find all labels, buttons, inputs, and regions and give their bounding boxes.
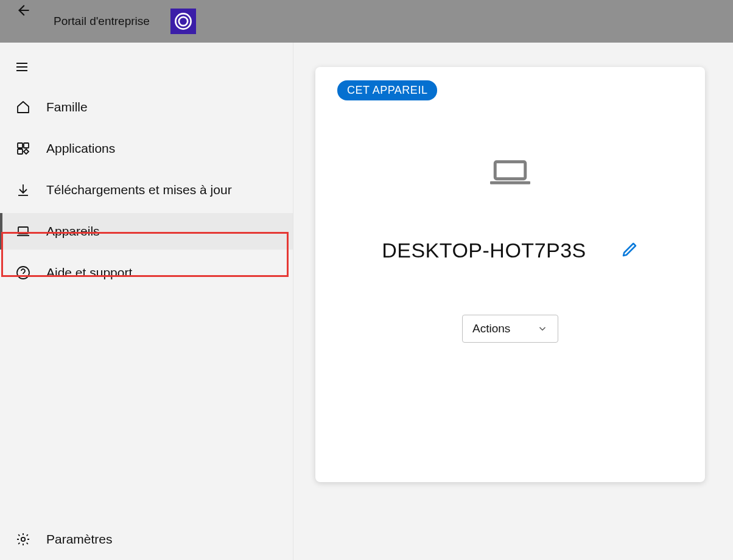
sidebar: Famille Applications <box>0 43 293 560</box>
svg-rect-7 <box>24 143 29 148</box>
app-logo <box>170 9 196 34</box>
edit-name-button[interactable] <box>620 240 639 261</box>
sidebar-item-settings[interactable]: Paramètres <box>0 521 293 558</box>
download-icon <box>15 183 32 197</box>
hamburger-menu-button[interactable] <box>0 43 293 89</box>
sidebar-item-family[interactable]: Famille <box>0 89 293 125</box>
highlight-annotation <box>1 232 289 277</box>
sidebar-item-label: Téléchargements et mises à jour <box>46 183 232 197</box>
sidebar-item-applications[interactable]: Applications <box>0 130 293 167</box>
sidebar-item-label: Applications <box>46 141 115 156</box>
device-name: DESKTOP-HOT7P3S <box>382 239 586 262</box>
svg-point-2 <box>179 17 188 26</box>
apps-icon <box>15 141 32 156</box>
svg-point-1 <box>175 13 191 29</box>
back-button[interactable] <box>15 2 32 19</box>
actions-label: Actions <box>472 322 510 335</box>
content-area: CET APPAREIL DESKTOP-HOT7P3S Actions <box>293 43 733 560</box>
chevron-down-icon <box>537 323 548 334</box>
device-large-icon <box>315 158 705 186</box>
sidebar-item-downloads[interactable]: Téléchargements et mises à jour <box>0 172 293 208</box>
svg-rect-8 <box>18 149 23 154</box>
actions-dropdown[interactable]: Actions <box>462 315 558 343</box>
title-bar: Portail d'entreprise <box>0 0 733 43</box>
sidebar-item-label: Paramètres <box>46 532 113 547</box>
sidebar-item-label: Famille <box>46 100 88 114</box>
svg-rect-16 <box>495 162 525 179</box>
home-icon <box>15 100 32 114</box>
this-device-badge: CET APPAREIL <box>337 80 437 100</box>
device-card: CET APPAREIL DESKTOP-HOT7P3S Actions <box>315 67 705 482</box>
app-title: Portail d'entreprise <box>54 15 150 28</box>
svg-point-15 <box>21 537 25 541</box>
gear-icon <box>15 532 32 547</box>
svg-rect-6 <box>18 143 23 148</box>
